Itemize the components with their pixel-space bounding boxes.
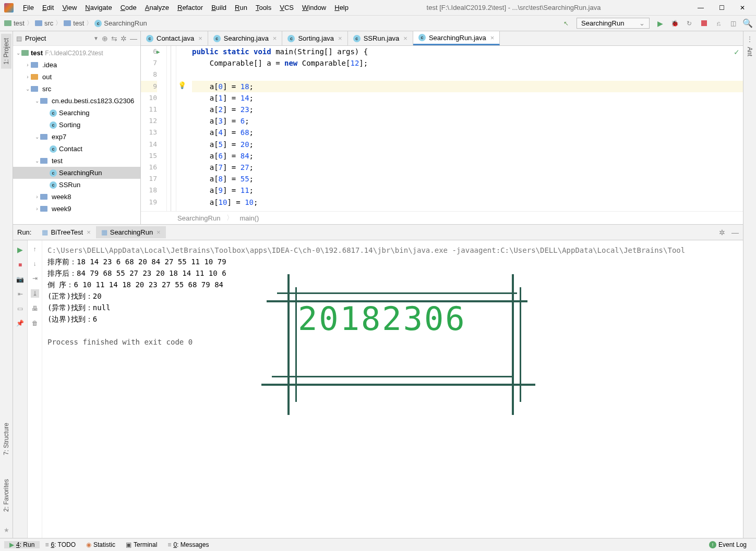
editor-tab[interactable]: cSearchingRun.java× xyxy=(413,31,500,45)
run-tab[interactable]: ▦SearchingRun× xyxy=(96,226,166,238)
collapse-icon[interactable]: ⇆ xyxy=(111,34,117,43)
menu-vcs[interactable]: VCS xyxy=(275,2,298,14)
pin-icon[interactable]: 📌 xyxy=(16,320,24,327)
toolbar: test 〉 src 〉 test 〉 cSearchingRun ↖ Sear… xyxy=(0,16,756,31)
status-item[interactable]: ≡6: TODO xyxy=(40,541,81,548)
menu-run[interactable]: Run xyxy=(231,2,251,14)
menu-navigate[interactable]: Navigate xyxy=(81,2,116,14)
menu-window[interactable]: Window xyxy=(298,2,330,14)
status-item[interactable]: ≡0: Messages xyxy=(162,541,214,548)
up-icon[interactable]: ↑ xyxy=(33,246,37,253)
editor-tab[interactable]: cSorting.java× xyxy=(282,31,347,45)
tree-item[interactable]: ⌄exp7 xyxy=(13,131,140,143)
breadcrumb-item[interactable]: test xyxy=(4,19,25,27)
layout-icon[interactable]: ◫ xyxy=(729,19,737,28)
wrap-icon[interactable]: ⇥ xyxy=(32,275,38,282)
settings-icon[interactable]: ✲ xyxy=(121,34,127,43)
stop-icon[interactable] xyxy=(700,19,708,28)
print-icon[interactable]: 🖶 xyxy=(32,305,38,312)
minimize-button[interactable]: — xyxy=(695,3,706,13)
coverage-icon[interactable]: ↻ xyxy=(685,19,693,28)
bulb-icon[interactable]: 💡 xyxy=(178,81,186,89)
tree-item[interactable]: ›out xyxy=(13,71,140,83)
build-icon[interactable]: ↖ xyxy=(562,19,570,28)
status-item[interactable]: ▶4: Run xyxy=(4,541,40,548)
run-settings-icon[interactable]: ✲ xyxy=(719,228,725,237)
layout-run-icon[interactable]: ▭ xyxy=(17,305,23,312)
editor-tab[interactable]: cSSRun.java× xyxy=(348,31,413,45)
run-panel-header: Run: ▦BiTreeTest×▦SearchingRun× ✲ — xyxy=(13,225,743,240)
menu-analyze[interactable]: Analyze xyxy=(141,2,173,14)
breadcrumb: test 〉 src 〉 test 〉 cSearchingRun xyxy=(4,19,562,28)
window-title: test [F:\.IdealC2019.2\test] - ...\src\t… xyxy=(353,4,695,11)
menu-file[interactable]: File xyxy=(19,2,38,14)
tree-root[interactable]: ⌄ test F:\.IdealC2019.2\test xyxy=(13,47,140,59)
status-item[interactable]: ◉Statistic xyxy=(81,541,121,548)
menu-build[interactable]: Build xyxy=(207,2,231,14)
menu-edit[interactable]: Edit xyxy=(38,2,58,14)
git-icon[interactable]: ⎌ xyxy=(714,19,723,28)
trash-icon[interactable]: 🗑 xyxy=(32,320,38,327)
project-tree[interactable]: ⌄ test F:\.IdealC2019.2\test ›.idea›out⌄… xyxy=(13,46,140,224)
console-output[interactable]: C:\Users\DELL\AppData\Local\JetBrains\To… xyxy=(42,240,743,538)
tree-item[interactable]: cSearchingRun xyxy=(13,167,140,179)
menu-view[interactable]: View xyxy=(58,2,81,14)
locate-icon[interactable]: ⊕ xyxy=(102,34,108,43)
tree-item[interactable]: ⌄src xyxy=(13,83,140,95)
close-button[interactable]: ✕ xyxy=(737,3,748,13)
menu-tools[interactable]: Tools xyxy=(251,2,275,14)
hide-icon[interactable]: — xyxy=(130,34,137,43)
tree-item[interactable]: cSSRun xyxy=(13,179,140,191)
window-controls: — ☐ ✕ xyxy=(695,3,754,13)
snapshot-icon[interactable]: 📷 xyxy=(16,276,24,283)
run-config-selector[interactable]: SearchingRun ⌄ xyxy=(577,18,650,29)
close-tab-icon[interactable]: × xyxy=(198,34,202,42)
run-hide-icon[interactable]: — xyxy=(731,228,739,237)
titlebar: FileEditViewNavigateCodeAnalyzeRefactorB… xyxy=(0,0,756,16)
editor-tab[interactable]: cContact.java× xyxy=(141,31,208,45)
tree-item[interactable]: ›week8 xyxy=(13,191,140,203)
close-tab-icon[interactable]: × xyxy=(490,34,495,42)
editor-area: cContact.java×cSearching.java×cSorting.j… xyxy=(141,31,743,224)
menu-code[interactable]: Code xyxy=(116,2,141,14)
exit-icon[interactable]: ⇤ xyxy=(18,290,23,298)
down-icon[interactable]: ↓ xyxy=(33,260,37,267)
breadcrumb-item[interactable]: test xyxy=(64,19,84,27)
scroll-icon[interactable]: ⤓ xyxy=(31,289,39,298)
tree-item[interactable]: cSorting xyxy=(13,119,140,131)
breadcrumb-item[interactable]: src xyxy=(35,19,53,27)
stop-run-icon[interactable]: ■ xyxy=(18,261,22,268)
close-tab-icon[interactable]: × xyxy=(403,34,407,42)
tree-item[interactable]: ⌄test xyxy=(13,155,140,167)
menu-help[interactable]: Help xyxy=(330,2,353,14)
tree-item[interactable]: ⌄cn.edu.besti.cs1823.G2306 xyxy=(13,95,140,107)
menu-refactor[interactable]: Refactor xyxy=(173,2,207,14)
debug-icon[interactable]: 🐞 xyxy=(670,19,679,28)
sidebar-tab-project[interactable]: 1: Project xyxy=(1,34,11,69)
tree-item[interactable]: ›.idea xyxy=(13,59,140,71)
tree-item[interactable]: cSearching xyxy=(13,107,140,119)
search-icon[interactable]: 🔍 xyxy=(743,19,752,28)
sidebar-tab-favorites[interactable]: 2: Favorites xyxy=(1,475,11,516)
run-line-icon[interactable]: ▶ xyxy=(157,46,160,58)
event-log[interactable]: ! Event Log xyxy=(704,541,752,548)
status-item[interactable]: ▣Terminal xyxy=(121,541,162,548)
editor-tab[interactable]: cSearching.java× xyxy=(208,31,283,45)
sidebar-tab-ant[interactable]: Ant xyxy=(745,43,755,60)
tree-item[interactable]: ›week9 xyxy=(13,203,140,215)
close-tab-icon[interactable]: × xyxy=(338,34,342,42)
rerun-icon[interactable]: ▶ xyxy=(17,246,23,254)
run-tab[interactable]: ▦BiTreeTest× xyxy=(37,226,95,238)
right-sidebar: ⋮ Ant xyxy=(743,31,756,538)
code-area[interactable]: public static void main(String[] args) {… xyxy=(176,46,743,211)
maximize-button[interactable]: ☐ xyxy=(716,3,727,13)
breadcrumb-item[interactable]: cSearchingRun xyxy=(94,19,147,27)
close-tab-icon[interactable]: × xyxy=(273,34,277,42)
statusbar: ▶4: Run≡6: TODO◉Statistic▣Terminal≡0: Me… xyxy=(0,538,756,551)
sidebar-tab-structure[interactable]: 7: Structure xyxy=(1,419,11,459)
inspection-ok-icon[interactable]: ✓ xyxy=(734,48,740,56)
run-icon[interactable]: ▶ xyxy=(656,19,664,28)
tree-item[interactable]: cContact xyxy=(13,143,140,155)
editor-body[interactable]: ▶ 678910111213141516171819 💡 public stat… xyxy=(141,46,743,211)
project-panel-header: ▤ Project ▼ ⊕ ⇆ ✲ — xyxy=(13,31,140,46)
